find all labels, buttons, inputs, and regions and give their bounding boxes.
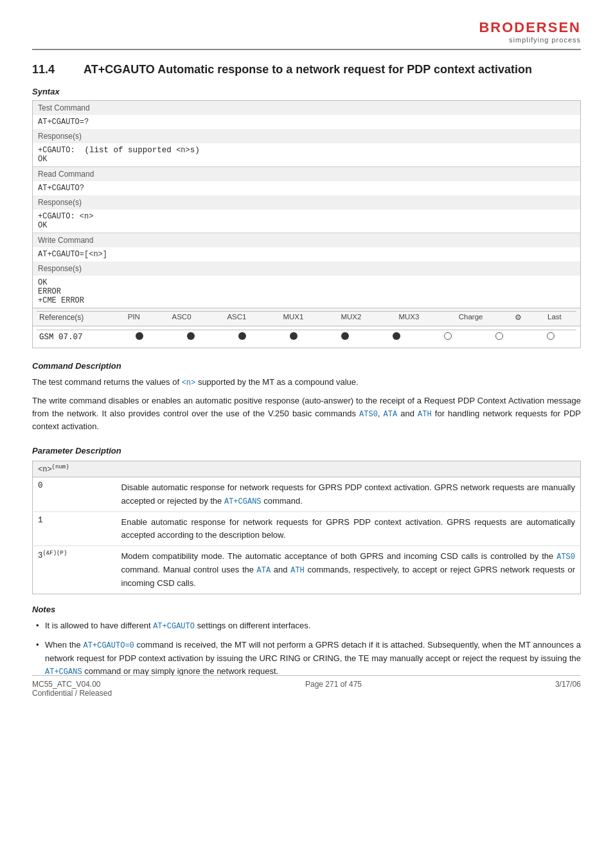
ref-col-last: Last bbox=[533, 312, 576, 324]
read-command-label-row: Read Command bbox=[33, 167, 581, 182]
test-command-row: AT+CGAUTO=? bbox=[33, 115, 581, 129]
circle-charge bbox=[422, 330, 474, 345]
notes-label: Notes bbox=[32, 605, 581, 614]
read-response-label-row: Response(s) bbox=[33, 195, 581, 209]
ref-col-mux1: MUX1 bbox=[264, 312, 322, 324]
parameter-table: <n>(num) 0 Disable automatic response fo… bbox=[32, 461, 581, 594]
test-response-label-row: Response(s) bbox=[33, 129, 581, 143]
section-number: 11.4 bbox=[32, 63, 64, 76]
section-heading: 11.4 AT+CGAUTO Automatic response to a n… bbox=[32, 63, 581, 76]
page-header: BRODERSEN simplifying process bbox=[32, 19, 581, 50]
param-desc-3: Modem compatibility mode. The automatic … bbox=[116, 546, 581, 594]
footer-left: MC55_ATC_V04.00 Confidential / Released bbox=[32, 680, 112, 698]
mux3-circle bbox=[393, 332, 400, 340]
circle-gear bbox=[474, 330, 525, 345]
footer-doc-id: MC55_ATC_V04.00 bbox=[32, 680, 112, 689]
read-command-label: Read Command bbox=[33, 167, 581, 182]
circle-asc0 bbox=[165, 330, 217, 345]
notes-list: It is allowed to have different AT+CGAUT… bbox=[32, 619, 581, 678]
note-item-2: When the AT+CGAUTO=0 command is received… bbox=[32, 639, 581, 678]
write-response-label-row: Response(s) bbox=[33, 261, 581, 276]
pin-circle bbox=[136, 332, 143, 340]
footer-center: Page 271 of 475 bbox=[305, 680, 362, 698]
read-response-label: Response(s) bbox=[33, 195, 581, 209]
circle-asc1 bbox=[217, 330, 268, 345]
reference-data-row: GSM 07.07 bbox=[33, 326, 581, 348]
ref-col-charge: Charge bbox=[438, 312, 503, 324]
page-footer: MC55_ATC_V04.00 Confidential / Released … bbox=[32, 675, 581, 698]
param-row-1: 1 Enable automatic response for network … bbox=[33, 512, 581, 546]
note-item-1: It is allowed to have different AT+CGAUT… bbox=[32, 619, 581, 633]
circle-last bbox=[525, 330, 576, 345]
footer-date: 3/17/06 bbox=[555, 680, 581, 698]
circle-mux3 bbox=[371, 330, 422, 345]
param-key-3: 3(&F)(P) bbox=[33, 546, 116, 594]
mux2-circle bbox=[341, 332, 349, 340]
write-response-row: OK ERROR +CME ERROR bbox=[33, 276, 581, 308]
section-title: AT+CGAUTO Automatic response to a networ… bbox=[84, 63, 532, 76]
param-row-0: 0 Disable automatic response for network… bbox=[33, 477, 581, 512]
reference-data-cells: GSM 07.07 bbox=[33, 326, 581, 348]
logo-tagline: simplifying process bbox=[479, 36, 581, 44]
command-desc-label: Command Description bbox=[32, 361, 581, 371]
param-key-0: 0 bbox=[33, 477, 116, 512]
charge-circle bbox=[444, 332, 452, 340]
read-command-text: AT+CGAUTO? bbox=[33, 181, 581, 195]
param-desc-label: Parameter Description bbox=[32, 446, 581, 456]
footer-confidentiality: Confidential / Released bbox=[32, 689, 112, 698]
circle-pin bbox=[114, 330, 165, 345]
write-command-text: AT+CGAUTO=[<n>] bbox=[33, 247, 581, 261]
param-row-3: 3(&F)(P) Modem compatibility mode. The a… bbox=[33, 546, 581, 594]
reference-header-row: Reference(s) PIN ASC0 ASC1 MUX1 MUX2 MUX… bbox=[33, 308, 581, 326]
read-response-row: +CGAUTO: <n> OK bbox=[33, 209, 581, 233]
mux1-circle bbox=[290, 332, 298, 340]
param-header-row: <n>(num) bbox=[33, 461, 581, 477]
param-desc-0: Disable automatic response for network r… bbox=[116, 477, 581, 512]
param-header-text: <n>(num) bbox=[33, 461, 581, 477]
logo-brand: BRODERSEN bbox=[479, 19, 581, 36]
ref-col-gear: ⚙ bbox=[504, 312, 533, 324]
param-desc-1: Enable automatic response for network re… bbox=[116, 512, 581, 546]
ref-col-pin: PIN bbox=[114, 312, 154, 324]
test-command-text: AT+CGAUTO=? bbox=[33, 115, 581, 129]
cmd-desc-para1: The test command returns the values of <… bbox=[32, 376, 581, 389]
write-response-text: OK ERROR +CME ERROR bbox=[33, 276, 581, 308]
ref-col-asc0: ASC0 bbox=[154, 312, 209, 324]
ref-col-asc1: ASC1 bbox=[209, 312, 264, 324]
param-key-1: 1 bbox=[33, 512, 116, 546]
asc1-circle bbox=[238, 332, 246, 340]
reference-header-cells: Reference(s) PIN ASC0 ASC1 MUX1 MUX2 MUX… bbox=[33, 308, 581, 326]
asc0-circle bbox=[187, 332, 195, 340]
syntax-table: Test Command AT+CGAUTO=? Response(s) +CG… bbox=[32, 100, 581, 348]
syntax-label: Syntax bbox=[32, 87, 581, 96]
gear-circle bbox=[495, 332, 503, 340]
read-response-text: +CGAUTO: <n> OK bbox=[33, 209, 581, 233]
test-response-row: +CGAUTO: (list of supported <n>s) OK bbox=[33, 143, 581, 167]
ref-value: GSM 07.07 bbox=[37, 330, 114, 345]
cmd-desc-para2: The write command disables or enables an… bbox=[32, 394, 581, 434]
write-command-row: AT+CGAUTO=[<n>] bbox=[33, 247, 581, 261]
ref-col-label: Reference(s) bbox=[37, 312, 114, 324]
read-command-row: AT+CGAUTO? bbox=[33, 181, 581, 195]
ref-col-mux3: MUX3 bbox=[380, 312, 438, 324]
command-description-body: The test command returns the values of <… bbox=[32, 376, 581, 433]
write-command-label: Write Command bbox=[33, 233, 581, 248]
write-response-label: Response(s) bbox=[33, 261, 581, 276]
test-command-label: Test Command bbox=[33, 101, 581, 116]
write-command-label-row: Write Command bbox=[33, 233, 581, 248]
test-command-label-row: Test Command bbox=[33, 101, 581, 116]
logo: BRODERSEN simplifying process bbox=[479, 19, 581, 44]
test-response-label: Response(s) bbox=[33, 129, 581, 143]
last-circle bbox=[547, 332, 555, 340]
circle-mux1 bbox=[268, 330, 319, 345]
test-response-text: +CGAUTO: (list of supported <n>s) OK bbox=[33, 143, 581, 167]
ref-col-mux2: MUX2 bbox=[322, 312, 380, 324]
circle-mux2 bbox=[319, 330, 371, 345]
